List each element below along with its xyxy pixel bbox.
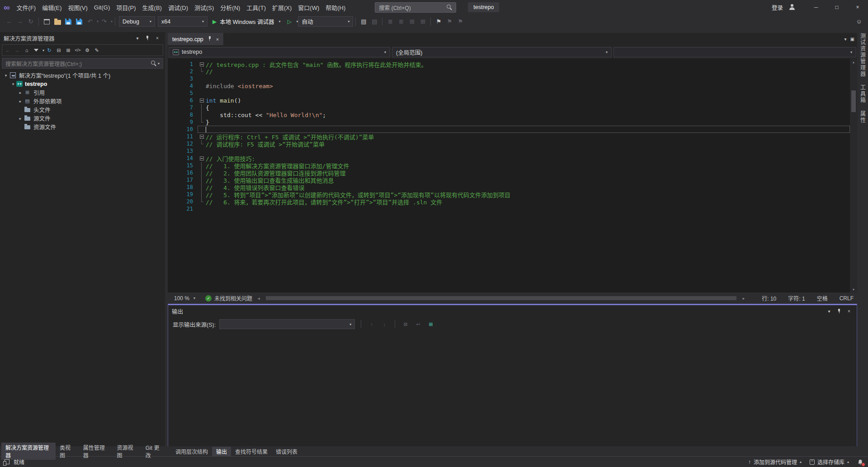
fold-collapse-icon[interactable] <box>200 135 204 139</box>
show-definition-icon[interactable]: ▤ <box>369 16 380 27</box>
menu-item[interactable]: 扩展(X) <box>269 0 295 14</box>
redo-dropdown-icon[interactable]: ▾ <box>111 19 113 24</box>
pin-icon[interactable] <box>143 34 151 42</box>
sign-in-button[interactable]: 登录 <box>772 3 783 12</box>
project-select[interactable]: ++ testrepo ▾ <box>169 47 390 57</box>
code-line[interactable]: 12// 调试程序: F5 或调试 >“开始调试”菜单 <box>168 140 850 147</box>
pencil-icon[interactable]: ✎ <box>92 46 101 55</box>
panel-tab[interactable]: 类视图 <box>56 443 79 460</box>
window-position-icon[interactable]: ▾ <box>825 307 833 315</box>
menu-item[interactable]: 文件(F) <box>14 0 39 14</box>
column-indicator[interactable]: 字符: 1 <box>788 294 805 302</box>
show-all-files-icon[interactable]: ⊞ <box>64 46 73 55</box>
menu-item[interactable]: 分析(N) <box>217 0 243 14</box>
scroll-down-icon[interactable]: ▾ <box>850 286 857 292</box>
navigation-history-icon[interactable]: ↻ <box>25 16 36 27</box>
configuration-select[interactable]: Debug ▾ <box>119 16 155 27</box>
notifications-button[interactable] <box>857 459 863 465</box>
redo-icon[interactable]: ↷ <box>99 16 109 27</box>
tree-item[interactable]: 头文件 <box>0 105 165 114</box>
code-line[interactable]: 9} <box>168 118 850 126</box>
tab-testrepo-cpp[interactable]: testrepo.cpp × <box>168 33 223 45</box>
panel-tab[interactable]: 查找符号结果 <box>231 447 272 456</box>
fold-margin[interactable] <box>198 155 206 162</box>
panel-tab[interactable]: 输出 <box>212 447 231 456</box>
fold-margin[interactable] <box>198 97 206 104</box>
spaces-indicator[interactable]: 空格 <box>817 294 828 302</box>
solution-search-input[interactable]: 搜索解决方案资源管理器(Ctrl+;) ▾ <box>2 58 163 69</box>
search-icon[interactable] <box>447 5 452 10</box>
code-line[interactable]: 1// testrepo.cpp : 此文件包含 "main" 函数。程序执行将… <box>168 61 850 68</box>
navigate-back-icon[interactable]: ← <box>4 16 14 27</box>
tree-item[interactable]: ▸▤外部依赖项 <box>0 97 165 105</box>
back-icon[interactable]: ← <box>3 46 12 55</box>
scrollbar-thumb[interactable] <box>266 296 736 300</box>
side-tab[interactable]: 工具箱 <box>859 85 867 104</box>
scroll-right-icon[interactable]: ▸ <box>743 292 745 304</box>
panel-tab[interactable]: 调用层次结构 <box>171 447 212 456</box>
eol-indicator[interactable]: CRLF <box>840 295 854 302</box>
select-repository-button[interactable]: 选择存储库 ▴ <box>810 458 849 466</box>
expander-icon[interactable]: ▾ <box>3 73 9 78</box>
prev-message-icon[interactable]: ↑ <box>367 320 376 329</box>
menu-item[interactable]: 工具(T) <box>243 0 269 14</box>
add-to-source-control-button[interactable]: ↑ 添加到源代码管理 ▴ <box>748 458 802 466</box>
fold-margin[interactable] <box>198 61 206 68</box>
fold-margin[interactable] <box>198 133 206 140</box>
save-icon[interactable] <box>63 16 74 27</box>
maximize-button[interactable]: □ <box>826 0 847 14</box>
tree-item[interactable]: 资源文件 <box>0 123 165 131</box>
panel-tab[interactable]: Git 更改 <box>142 443 168 460</box>
menu-item[interactable]: 编辑(E) <box>39 0 65 14</box>
toggle-messages-icon[interactable]: ⊞ <box>426 320 435 329</box>
code-line[interactable]: 5 <box>168 90 850 97</box>
menu-item[interactable]: Git(G) <box>91 0 113 14</box>
settings-gear-icon[interactable]: ⚙ <box>83 46 92 55</box>
tree-item[interactable]: ▸源文件 <box>0 114 165 123</box>
side-tab[interactable]: 属性 <box>859 111 867 123</box>
panel-tab[interactable]: 资源视图 <box>113 443 141 460</box>
pin-icon[interactable] <box>835 307 843 315</box>
close-panel-icon[interactable]: × <box>845 307 853 315</box>
panel-tab[interactable]: 错误列表 <box>272 447 302 456</box>
scrollbar-thumb[interactable] <box>851 90 856 112</box>
collapse-all-icon[interactable]: ⊟ <box>54 46 63 55</box>
user-avatar-icon[interactable] <box>788 4 796 11</box>
filter-dropdown-icon[interactable]: ▾ <box>42 48 44 52</box>
close-button[interactable]: × <box>847 0 868 14</box>
vertical-scrollbar[interactable]: ▴ ▾ <box>850 59 857 292</box>
menu-item[interactable]: 项目(P) <box>113 0 139 14</box>
close-tab-icon[interactable]: × <box>216 37 219 42</box>
tree-item[interactable]: ▸⊞引用 <box>0 88 165 97</box>
uncomment-selection-icon[interactable]: ⊞ <box>417 16 428 27</box>
horizontal-scrollbar[interactable]: ◂ ▸ <box>258 292 745 304</box>
side-tab[interactable]: 测试资源管理器 <box>859 33 867 77</box>
fold-collapse-icon[interactable] <box>200 62 204 66</box>
start-debugging-button[interactable]: ▶ 本地 Windows 调试器 ▾ <box>209 16 284 27</box>
code-line[interactable]: 21 <box>168 205 850 212</box>
close-panel-icon[interactable]: × <box>153 34 161 42</box>
menu-item[interactable]: 帮助(H) <box>322 0 349 14</box>
toggle-bookmark-icon[interactable]: ⚑ <box>433 16 444 27</box>
clear-all-icon[interactable]: ⊠ <box>401 320 410 329</box>
line-indicator[interactable]: 行: 10 <box>762 294 776 302</box>
platform-select[interactable]: x64 ▾ <box>158 16 208 27</box>
code-line[interactable]: 8 std::cout << "Hello World!\n"; <box>168 111 850 118</box>
code-line[interactable]: 2// <box>168 68 850 75</box>
feedback-icon[interactable]: ☺ <box>854 16 864 27</box>
word-wrap-icon[interactable]: ↩ <box>414 320 423 329</box>
menu-item[interactable]: 窗口(W) <box>295 0 322 14</box>
output-content[interactable] <box>168 331 857 446</box>
undo-icon[interactable]: ↶ <box>85 16 95 27</box>
code-line[interactable]: 6int main() <box>168 97 850 104</box>
member-select[interactable]: ▾ <box>613 47 856 57</box>
sync-icon[interactable]: ↻ <box>45 46 54 55</box>
fold-collapse-icon[interactable] <box>200 99 204 103</box>
window-position-icon[interactable]: ▾ <box>133 34 142 42</box>
prev-bookmark-icon[interactable]: ⚑ <box>444 16 455 27</box>
code-line[interactable]: 3 <box>168 75 850 82</box>
output-source-select[interactable]: ▾ <box>219 319 355 329</box>
minimize-button[interactable]: ─ <box>806 0 826 14</box>
solution-explorer-header[interactable]: 解决方案资源管理器 ▾ × <box>0 32 165 44</box>
expander-icon[interactable]: ▸ <box>17 116 24 121</box>
